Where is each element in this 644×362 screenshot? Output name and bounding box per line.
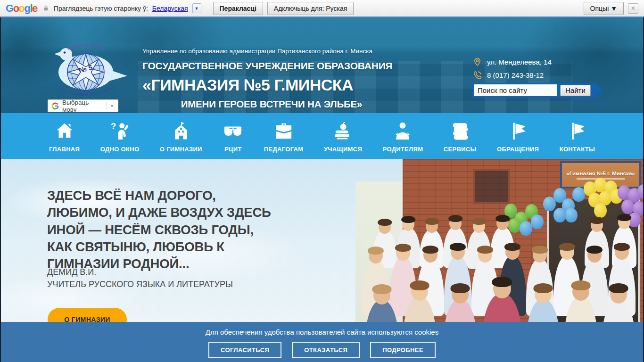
google-g-icon (51, 102, 59, 110)
address-text: ул. Менделеева, 14 (487, 58, 552, 66)
parent-icon (392, 120, 413, 141)
nav-item-pedagogam[interactable]: ПЕДАГОГАМ (264, 120, 303, 153)
logo-motto-top: SIC ITUR AD ASTRA (66, 43, 104, 51)
disable-translate-button[interactable]: Адключыць для: Руская (267, 2, 354, 15)
location-pin-icon (472, 57, 482, 67)
language-selector-label: Выбраць мову (62, 99, 104, 113)
site-container: № 5 SIC ITUR AD ASTRA ГУО «Гимназия № 5 … (1, 17, 643, 362)
school-name-line1: «ГИМНАЗИЯ №5 Г.МИНСКА (142, 76, 401, 94)
cookie-message: Для обеспечения удобства пользователей с… (206, 328, 438, 336)
google-logo-letter: g (25, 2, 30, 14)
nav-item-odno-okno[interactable]: ? ОДНО ОКНО (100, 120, 140, 153)
cookie-buttons: СОГЛАСИТЬСЯ ОТКАЗАТЬСЯ ПОДРОБНЕЕ (208, 342, 436, 358)
phone-row: 8 (017) 243-38-12 (472, 70, 544, 80)
nav-label: ПЕДАГОГАМ (264, 146, 303, 153)
google-translate-bar: Google Праглядзець гэтую старонку ў: Бел… (0, 0, 644, 17)
school-building-icon (171, 120, 191, 141)
nav-item-o-gimnazii[interactable]: О ГИМНАЗИИ (160, 120, 202, 153)
school-name-line2: ИМЕНИ ГЕРОЕВ ВСТРЕЧИ НА ЭЛЬБЕ» (142, 99, 401, 110)
nav-label: О ГИМНАЗИИ (160, 146, 202, 153)
lock-icon (42, 4, 50, 12)
nav-label: РЦИТ (224, 146, 242, 153)
svg-text:SIC ITUR AD ASTRA: SIC ITUR AD ASTRA (66, 43, 104, 51)
google-logo-letter: e (32, 2, 37, 14)
cookie-accept-button[interactable]: СОГЛАСИТЬСЯ (208, 342, 281, 358)
school-logo[interactable]: № 5 SIC ITUR AD ASTRA ГУО «Гимназия № 5 … (43, 41, 128, 99)
nav-label: РОДИТЕЛЯМ (383, 146, 423, 153)
district-line: Управление по образованию администрации … (142, 48, 401, 55)
google-logo-letter: o (19, 2, 25, 14)
language-selector[interactable]: Выбраць мову ▼ (48, 99, 118, 112)
balloon (508, 218, 521, 233)
translate-language-link[interactable]: Беларуская (152, 5, 188, 12)
glasses-icon (223, 120, 243, 141)
stack-icon (450, 120, 471, 141)
options-button[interactable]: Опцыі ▼ (584, 2, 624, 15)
translate-prompt: Праглядзець гэтую старонку ў: (54, 5, 148, 12)
site-header: № 5 SIC ITUR AD ASTRA ГУО «Гимназия № 5 … (1, 17, 643, 113)
phone-icon (472, 70, 482, 80)
site-titles: Управление по образованию администрации … (142, 48, 401, 110)
phone-text: 8 (017) 243-38-12 (487, 71, 544, 79)
cookie-banner: Для обеспечения удобства пользователей с… (1, 322, 643, 362)
hero-section: «Гимназия №5 г. Минска» (1, 159, 643, 362)
cookie-details-button[interactable]: ПОДРОБНЕЕ (370, 342, 436, 358)
svg-text:?: ? (111, 121, 116, 131)
nav-item-obrashcheniya[interactable]: ОБРАЩЕНИЯ (497, 120, 539, 153)
google-logo-letter: G (6, 2, 13, 14)
nav-item-roditelyam[interactable]: РОДИТЕЛЯМ (383, 120, 423, 153)
google-logo: Google (6, 2, 37, 15)
separator (107, 102, 107, 110)
photo-sign-text: «Гимназия №5 г. Минска» (566, 171, 635, 176)
nav-item-servisy[interactable]: СЕРВИСЫ (444, 120, 477, 153)
nav-label: СЕРВИСЫ (444, 146, 477, 153)
nav-label: ОБРАЩЕНИЯ (497, 146, 539, 153)
search-button[interactable]: Найти (560, 85, 591, 96)
balloon (565, 208, 578, 222)
briefcase-icon (273, 120, 294, 141)
flag-icon (567, 120, 587, 141)
translate-button[interactable]: Перакласці (213, 2, 263, 15)
one-window-icon: ? (109, 120, 130, 141)
balloon (621, 199, 634, 214)
search-input[interactable] (474, 84, 557, 96)
balloon (572, 187, 585, 202)
nav-label: ОДНО ОКНО (100, 146, 140, 153)
quote-author-role: УЧИТЕЛЬ РУССКОГО ЯЗЫКА И ЛИТЕРАТУРЫ (47, 280, 233, 289)
close-translate-bar-icon[interactable]: × (628, 3, 638, 14)
balloon (553, 208, 566, 222)
nav-item-glavnaya[interactable]: ГЛАВНАЯ (49, 120, 80, 153)
balloon (531, 214, 544, 229)
nav-label: УЧАЩИМСЯ (324, 146, 362, 153)
nav-item-kontakty[interactable]: КОНТАКТЫ (560, 120, 595, 153)
language-dropdown-caret[interactable]: ▼ (192, 3, 201, 13)
address-row: ул. Менделеева, 14 (472, 57, 552, 67)
nav-item-rcit[interactable]: РЦИТ (223, 120, 243, 153)
nav-label: ГЛАВНАЯ (49, 146, 80, 153)
chevron-down-icon: ▼ (110, 104, 115, 108)
balloon (594, 203, 607, 218)
balloon (520, 221, 532, 236)
photo-window (473, 169, 510, 204)
apple-books-icon (332, 120, 353, 141)
flag-icon (508, 120, 528, 141)
nav-label: КОНТАКТЫ (560, 146, 595, 153)
dove-logo-icon: № 5 SIC ITUR AD ASTRA ГУО «Гимназия № 5 … (43, 41, 128, 99)
quote-author: ДЕМИД В.И. (47, 267, 96, 277)
google-logo-letter: o (13, 2, 19, 14)
nav-item-uchashchimsya[interactable]: УЧАЩИМСЯ (324, 120, 362, 153)
cookie-decline-button[interactable]: ОТКАЗАТЬСЯ (292, 342, 360, 358)
hero-quote: ЗДЕСЬ ВСЁ НАМ ДОРОГО, ЛЮБИМО, И ДАЖЕ ВОЗ… (47, 187, 279, 272)
site-search: Найти (472, 83, 595, 98)
home-icon (54, 120, 75, 141)
org-type-line: ГОСУДАРСТВЕННОЕ УЧРЕЖДЕНИЕ ОБРАЗОВАНИЯ (142, 60, 401, 72)
main-nav: ГЛАВНАЯ ? ОДНО ОКНО О ГИМНАЗИИ РЦИТ ПЕДА… (1, 113, 643, 159)
